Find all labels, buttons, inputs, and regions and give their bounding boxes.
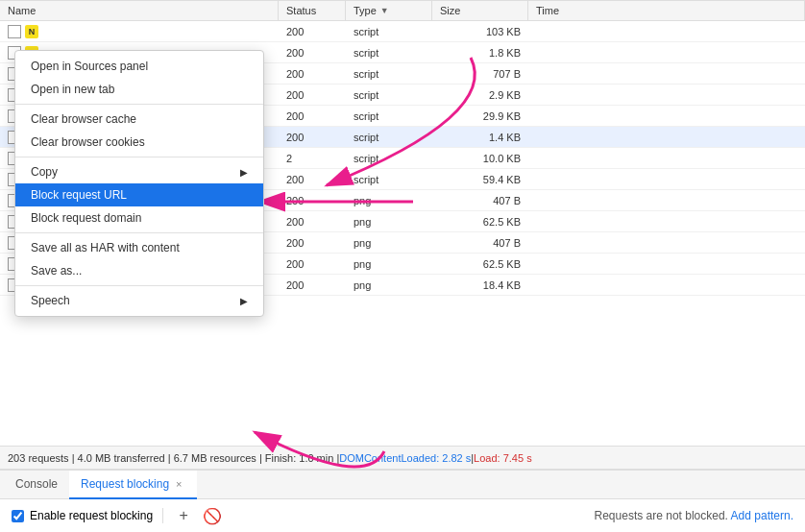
cell-type: script xyxy=(346,106,432,126)
cell-status: 200 xyxy=(279,127,346,147)
row-icon: N xyxy=(25,25,38,38)
status-text: 203 requests | 4.0 MB transferred | 6.7 … xyxy=(8,452,339,464)
cell-time xyxy=(528,254,805,274)
table-body[interactable]: N 200 script 103 KB N 200 script 1.8 KB … xyxy=(0,21,805,446)
menu-separator xyxy=(15,232,263,233)
toolbar-separator xyxy=(162,508,163,523)
cell-type: script xyxy=(346,148,432,168)
cell-size: 59.4 KB xyxy=(432,169,528,189)
cell-type: script xyxy=(346,63,432,84)
cell-size: 29.9 KB xyxy=(432,106,528,126)
cell-size: 407 B xyxy=(432,190,528,210)
sort-arrow-icon: ▼ xyxy=(380,6,389,15)
cell-name: N xyxy=(0,21,279,41)
network-panel: Name Status Type ▼ Size Time N 200 scrip… xyxy=(0,0,805,532)
cell-time xyxy=(528,21,805,41)
cell-status: 2 xyxy=(279,148,346,168)
col-header-status: Status xyxy=(279,1,346,20)
cell-time xyxy=(528,211,805,231)
menu-item-block-url[interactable]: Block request URL xyxy=(15,183,263,206)
menu-item-copy[interactable]: Copy ▶ xyxy=(15,160,263,183)
table-row[interactable]: N 200 script 103 KB xyxy=(0,21,805,42)
cell-size: 707 B xyxy=(432,63,528,84)
load-time-link[interactable]: Load: 7.45 s xyxy=(474,452,532,464)
col-header-size: Size xyxy=(432,1,528,20)
add-pattern-link[interactable]: Add pattern. xyxy=(731,509,793,522)
cell-type: script xyxy=(346,42,432,62)
menu-item-block-domain[interactable]: Block request domain xyxy=(15,206,263,230)
cell-time xyxy=(528,127,805,147)
cell-type: png xyxy=(346,211,432,231)
cell-type: png xyxy=(346,254,432,274)
cell-size: 2.9 KB xyxy=(432,85,528,105)
clear-icon: 🚫 xyxy=(203,507,222,525)
col-header-name: Name xyxy=(0,1,279,20)
table-header: Name Status Type ▼ Size Time xyxy=(0,0,805,21)
tab-close-button[interactable]: × xyxy=(173,477,184,491)
menu-item-clear-cookies[interactable]: Clear browser cookies xyxy=(15,131,263,154)
menu-item-speech[interactable]: Speech ▶ xyxy=(15,289,263,312)
empty-state-message: Requests are not blocked. Add pattern. xyxy=(595,509,793,522)
tab-console[interactable]: Console xyxy=(4,471,69,499)
cell-time xyxy=(528,106,805,126)
menu-separator xyxy=(15,285,263,286)
cell-size: 62.5 KB xyxy=(432,254,528,274)
col-header-type[interactable]: Type ▼ xyxy=(346,1,432,20)
cell-time xyxy=(528,63,805,84)
cell-type: script xyxy=(346,21,432,41)
cell-time xyxy=(528,190,805,210)
drawer-toolbar: Enable request blocking + 🚫 Requests are… xyxy=(0,499,805,532)
cell-size: 103 KB xyxy=(432,21,528,41)
menu-item-save-har[interactable]: Save all as HAR with content xyxy=(15,236,263,259)
cell-type: png xyxy=(346,190,432,210)
cell-size: 10.0 KB xyxy=(432,148,528,168)
add-pattern-button[interactable]: + xyxy=(173,505,194,526)
cell-size: 1.8 KB xyxy=(432,42,528,62)
drawer-tabs: Console Request blocking × xyxy=(0,471,805,499)
cell-time xyxy=(528,232,805,253)
cell-size: 1.4 KB xyxy=(432,127,528,147)
status-bar: 203 requests | 4.0 MB transferred | 6.7 … xyxy=(0,446,805,469)
menu-separator xyxy=(15,157,263,157)
cell-status: 200 xyxy=(279,211,346,231)
row-checkbox[interactable] xyxy=(8,25,21,38)
menu-item-clear-cache[interactable]: Clear browser cache xyxy=(15,108,263,131)
cell-type: script xyxy=(346,85,432,105)
submenu-arrow-icon: ▶ xyxy=(240,296,248,306)
tab-request-blocking[interactable]: Request blocking × xyxy=(69,471,197,499)
cell-type: script xyxy=(346,127,432,147)
cell-time xyxy=(528,169,805,189)
cell-time xyxy=(528,275,805,295)
cell-status: 200 xyxy=(279,254,346,274)
cell-status: 200 xyxy=(279,190,346,210)
cell-type: script xyxy=(346,169,432,189)
enable-blocking-checkbox[interactable] xyxy=(12,510,24,522)
clear-patterns-button[interactable]: 🚫 xyxy=(202,505,223,526)
cell-status: 200 xyxy=(279,275,346,295)
cell-time xyxy=(528,42,805,62)
cell-type: png xyxy=(346,275,432,295)
cell-status: 200 xyxy=(279,63,346,84)
submenu-arrow-icon: ▶ xyxy=(240,167,248,178)
bottom-drawer: Console Request blocking × Enable reques… xyxy=(0,469,805,532)
col-header-time: Time xyxy=(528,1,805,20)
cell-status: 200 xyxy=(279,169,346,189)
cell-size: 62.5 KB xyxy=(432,211,528,231)
cell-time xyxy=(528,85,805,105)
menu-item-open-sources[interactable]: Open in Sources panel xyxy=(15,55,263,78)
enable-blocking-text: Enable request blocking xyxy=(30,509,153,522)
cell-size: 407 B xyxy=(432,232,528,253)
cell-status: 200 xyxy=(279,106,346,126)
enable-blocking-label[interactable]: Enable request blocking xyxy=(12,509,153,522)
menu-item-save-as[interactable]: Save as... xyxy=(15,259,263,282)
cell-time xyxy=(528,148,805,168)
cell-type: png xyxy=(346,232,432,253)
cell-status: 200 xyxy=(279,42,346,62)
cell-status: 200 xyxy=(279,21,346,41)
menu-item-open-tab[interactable]: Open in new tab xyxy=(15,78,263,101)
cell-status: 200 xyxy=(279,85,346,105)
context-menu: Open in Sources panel Open in new tab Cl… xyxy=(14,50,264,317)
cell-size: 18.4 KB xyxy=(432,275,528,295)
cell-status: 200 xyxy=(279,232,346,253)
dom-loaded-link[interactable]: DOMContentLoaded: 2.82 s xyxy=(339,452,471,464)
